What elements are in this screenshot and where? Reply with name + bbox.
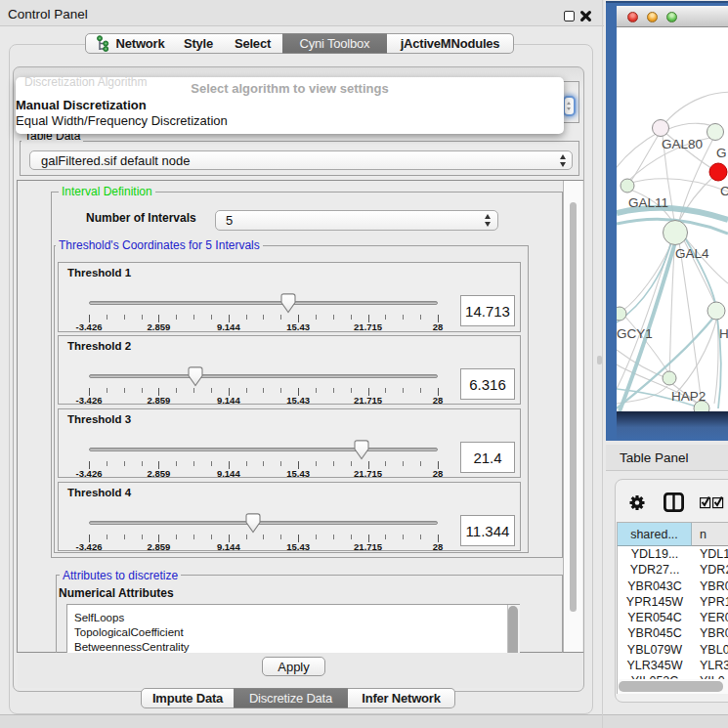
svg-text:C: C [720,184,728,198]
svg-text:GAL11: GAL11 [628,195,668,210]
svg-text:H: H [719,326,728,341]
svg-text:HAP2: HAP2 [671,389,706,404]
svg-text:GCY1: GCY1 [617,326,653,341]
svg-text:GAL4: GAL4 [675,246,709,261]
svg-text:G: G [716,146,727,160]
svg-text:GAL80: GAL80 [662,137,703,151]
